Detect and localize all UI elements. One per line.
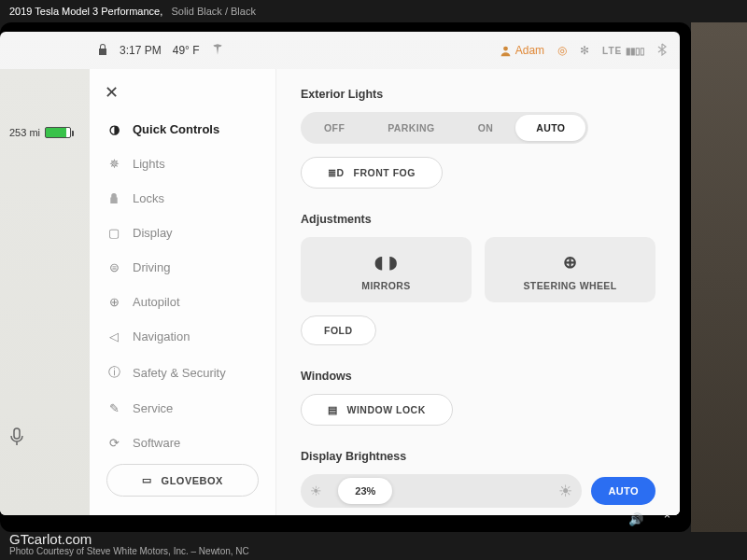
display-icon: ▢ bbox=[106, 226, 121, 240]
sentry-icon[interactable]: ◎ bbox=[557, 44, 567, 57]
nav-lights[interactable]: ✵ Lights bbox=[90, 147, 275, 181]
nav-autopilot[interactable]: ⊕ Autopilot bbox=[90, 285, 275, 319]
mirrors-icon: ◖ ◗ bbox=[310, 252, 462, 273]
front-fog-button[interactable]: ≣D FRONT FOG bbox=[301, 157, 443, 189]
glovebox-icon: ▭ bbox=[142, 474, 152, 486]
bluetooth-icon[interactable] bbox=[657, 43, 667, 59]
lights-on[interactable]: ON bbox=[458, 115, 514, 141]
nav-service[interactable]: ✎ Service bbox=[90, 391, 275, 426]
photo-caption: 2019 Tesla Model 3 Performance, Solid Bl… bbox=[9, 6, 256, 17]
nav-safety-security[interactable]: ⓘ Safety & Security bbox=[90, 354, 275, 391]
adjustments-title: Adjustments bbox=[301, 213, 655, 226]
svg-point-0 bbox=[503, 46, 508, 50]
touchscreen-frame: 3:17 PM 49° F Adam ◎ ✻ LTE ▮▮▯▯ bbox=[0, 22, 691, 532]
controls-panel: ✕ ◑ Quick Controls ✵ Lights Locks bbox=[90, 69, 680, 515]
fold-button[interactable]: FOLD bbox=[301, 315, 376, 345]
section-exterior-lights: Exterior Lights OFF PARKING ON AUTO ≣D F… bbox=[301, 88, 655, 189]
nav-navigation[interactable]: ◁ Navigation bbox=[90, 319, 275, 354]
volume-icon[interactable]: 🔊 bbox=[628, 512, 643, 526]
window-lock-icon: ▤ bbox=[328, 404, 338, 415]
section-brightness: Display Brightness ☀ 23% ☀ AUTO bbox=[301, 450, 655, 508]
status-bar: 3:17 PM 49° F Adam ◎ ✻ LTE ▮▮▯▯ bbox=[0, 32, 680, 69]
sun-large-icon: ☀ bbox=[558, 482, 572, 501]
settings-content: Exterior Lights OFF PARKING ON AUTO ≣D F… bbox=[276, 69, 680, 515]
vehicle-color: Solid Black / Black bbox=[171, 6, 255, 17]
dock-icons: 🔊 ⌃ bbox=[628, 512, 672, 526]
map-strip[interactable]: 253 mi bbox=[0, 69, 90, 515]
chevron-up-icon[interactable]: ⌃ bbox=[662, 512, 672, 526]
nav-driving[interactable]: ⊜ Driving bbox=[90, 250, 275, 285]
nav-locks[interactable]: Locks bbox=[90, 181, 275, 216]
lock-icon[interactable] bbox=[97, 43, 108, 59]
steering-wheel-card[interactable]: ⊕ STEERING WHEEL bbox=[485, 237, 655, 302]
touchscreen: 3:17 PM 49° F Adam ◎ ✻ LTE ▮▮▯▯ bbox=[0, 32, 680, 515]
settings-sidebar: ✕ ◑ Quick Controls ✵ Lights Locks bbox=[90, 69, 276, 515]
nav-software[interactable]: ⟳ Software bbox=[90, 426, 275, 460]
brightness-title: Display Brightness bbox=[301, 450, 655, 463]
lock-icon bbox=[106, 192, 121, 204]
wrench-icon: ✎ bbox=[106, 401, 121, 415]
lights-segmented: OFF PARKING ON AUTO bbox=[301, 112, 588, 144]
nav-quick-controls[interactable]: ◑ Quick Controls bbox=[90, 112, 275, 147]
lights-off[interactable]: OFF bbox=[303, 115, 365, 141]
close-button[interactable]: ✕ bbox=[90, 78, 275, 112]
lights-parking[interactable]: PARKING bbox=[367, 115, 455, 141]
steering-icon: ⊕ bbox=[106, 295, 121, 309]
tesla-logo-icon bbox=[211, 42, 224, 60]
microphone-icon[interactable] bbox=[9, 427, 24, 450]
section-windows: Windows ▤ WINDOW LOCK bbox=[301, 370, 655, 426]
user-profile[interactable]: Adam bbox=[500, 44, 544, 57]
windows-title: Windows bbox=[301, 370, 655, 383]
section-adjustments: Adjustments ◖ ◗ MIRRORS ⊕ STEERING WHEEL bbox=[301, 213, 655, 345]
cell-signal: LTE ▮▮▯▯ bbox=[602, 46, 644, 56]
glovebox-button[interactable]: ▭ GLOVEBOX bbox=[106, 464, 259, 497]
window-lock-button[interactable]: ▤ WINDOW LOCK bbox=[301, 394, 453, 426]
lights-auto[interactable]: AUTO bbox=[515, 115, 585, 141]
nav-display[interactable]: ▢ Display bbox=[90, 216, 275, 250]
lightbulb-icon: ✵ bbox=[106, 157, 121, 171]
vehicle-model: 2019 Tesla Model 3 Performance, bbox=[9, 6, 162, 17]
fog-icon: ≣D bbox=[328, 167, 345, 178]
toggle-icon: ◑ bbox=[106, 122, 121, 136]
range-miles: 253 mi bbox=[9, 127, 40, 138]
mirrors-card[interactable]: ◖ ◗ MIRRORS bbox=[301, 237, 472, 302]
brightness-value[interactable]: 23% bbox=[338, 478, 392, 504]
sun-small-icon: ☀ bbox=[310, 483, 322, 498]
brightness-auto-button[interactable]: AUTO bbox=[591, 477, 655, 505]
svg-rect-1 bbox=[14, 428, 20, 439]
compass-icon: ◁ bbox=[106, 329, 121, 343]
ambient-backdrop bbox=[691, 22, 747, 532]
car-icon: ⊜ bbox=[106, 260, 121, 274]
brightness-slider[interactable]: ☀ 23% ☀ bbox=[301, 474, 582, 508]
photo-credit: Photo Courtesy of Steve White Motors, In… bbox=[9, 546, 249, 556]
update-icon: ⟳ bbox=[106, 436, 121, 450]
watermark: GTcarlot.com bbox=[9, 531, 92, 547]
battery-icon bbox=[45, 127, 71, 138]
exterior-lights-title: Exterior Lights bbox=[301, 88, 655, 101]
shield-icon: ⓘ bbox=[106, 364, 121, 381]
range-indicator: 253 mi bbox=[9, 127, 71, 138]
steering-wheel-icon: ⊕ bbox=[494, 252, 646, 273]
time: 3:17 PM bbox=[120, 44, 162, 57]
temperature: 49° F bbox=[173, 44, 200, 57]
settings-gear-icon[interactable]: ✻ bbox=[580, 44, 589, 57]
